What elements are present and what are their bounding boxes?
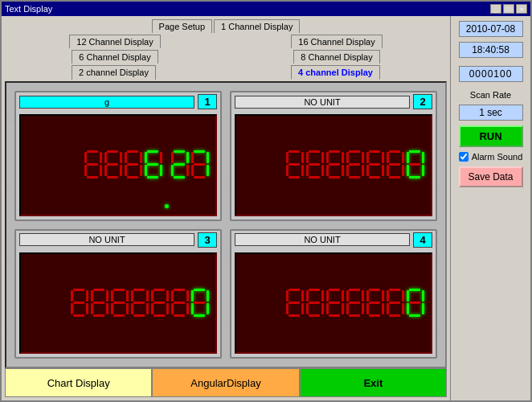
title-bar: Text Display _ □ ×	[2, 2, 530, 16]
tab-page-setup[interactable]: Page Setup	[152, 19, 213, 33]
digit-2	[171, 150, 189, 179]
digit	[111, 289, 129, 318]
channel-4-header: NO UNIT 4	[231, 231, 436, 249]
digit	[71, 289, 88, 318]
content-area: Page Setup 1 Channel Display 12 Channel …	[2, 16, 530, 400]
channel-2-box: NO UNIT 2	[230, 91, 437, 221]
digit	[125, 150, 142, 179]
channel-1-num: 1	[198, 94, 217, 109]
tab-1-channel[interactable]: 1 Channel Display	[214, 19, 300, 33]
digit	[91, 289, 108, 318]
channel-2-display	[235, 114, 432, 216]
digit	[286, 150, 304, 179]
scan-rate-value[interactable]: 1 sec	[459, 105, 523, 121]
channel-3-display	[19, 252, 217, 355]
tab-6-channel[interactable]: 6 Channel Display	[72, 50, 158, 64]
alarm-row: Alarm Sound	[459, 152, 523, 162]
window-title: Text Display	[5, 4, 52, 14]
digit	[131, 289, 149, 318]
channel-3-num: 3	[198, 232, 217, 248]
channel-2-num: 2	[413, 94, 432, 109]
digit	[387, 289, 404, 318]
channel-1-header: g 1	[16, 92, 220, 111]
channel-2-unit: NO UNIT	[235, 96, 410, 109]
channel-1-display	[19, 114, 217, 216]
maximize-button[interactable]: □	[503, 4, 514, 14]
digit	[346, 289, 364, 318]
channel-3-header: NO UNIT 3	[16, 231, 220, 249]
tab-row-4: 2 channel Display 4 channel Display	[5, 65, 447, 80]
channel-1-unit: g	[19, 96, 194, 109]
date-display: 2010-07-08	[459, 21, 523, 37]
main-area: Page Setup 1 Channel Display 12 Channel …	[2, 16, 450, 400]
bottom-bar: Chart Display AngularDisplay Exit	[5, 368, 447, 397]
digit	[84, 150, 102, 179]
channel-3-box: NO UNIT 3	[14, 229, 222, 359]
digit	[366, 289, 384, 318]
channel-4-unit: NO UNIT	[235, 233, 410, 246]
alarm-sound-checkbox[interactable]	[459, 152, 469, 162]
tab-12-channel[interactable]: 12 Channel Display	[69, 35, 160, 48]
digit	[286, 289, 304, 318]
digit	[326, 150, 344, 179]
digit-0	[191, 289, 209, 318]
digit	[306, 150, 324, 179]
close-button[interactable]: ×	[516, 4, 527, 14]
minimize-button[interactable]: _	[490, 4, 501, 14]
tab-row-3: 6 Channel Display 8 Channel Display	[5, 50, 447, 64]
save-data-button[interactable]: Save Data	[459, 166, 523, 187]
scan-rate-label: Scan Rate	[470, 90, 511, 100]
tab-8-channel[interactable]: 8 Channel Display	[293, 50, 379, 64]
digit	[366, 150, 384, 179]
sidebar: 2010-07-08 18:40:58 0000100 Scan Rate 1 …	[450, 16, 530, 400]
exit-button[interactable]: Exit	[300, 368, 447, 397]
decimal-point	[165, 204, 169, 208]
channel-4-box: NO UNIT 4	[230, 229, 437, 359]
digit	[387, 150, 404, 179]
alarm-sound-label: Alarm Sound	[472, 152, 523, 162]
digit-7	[191, 150, 209, 179]
counter-display: 0000100	[459, 66, 523, 82]
chart-display-button[interactable]: Chart Display	[5, 368, 152, 397]
channel-2-header: NO UNIT 2	[231, 92, 436, 111]
angular-display-button[interactable]: AngularDisplay	[152, 368, 299, 397]
digit-6	[145, 150, 162, 179]
main-window: Text Display _ □ × Page Setup 1 Channel …	[0, 0, 532, 402]
digit	[151, 289, 169, 318]
channel-4-num: 4	[413, 232, 432, 248]
digit	[346, 150, 364, 179]
title-bar-buttons: _ □ ×	[490, 4, 527, 14]
time-display: 18:40:58	[459, 42, 523, 58]
digit	[326, 289, 344, 318]
tab-2-channel[interactable]: 2 channel Display	[72, 65, 156, 80]
channel-4-display	[235, 252, 432, 355]
tab-row-2: 12 Channel Display 16 Channel Display	[5, 35, 447, 48]
channel-3-unit: NO UNIT	[19, 233, 194, 246]
channels-grid: g 1	[14, 91, 437, 359]
display-panel: LEGATOOL LEGATOOL LEGATOOL LEGATOOL LEGA…	[5, 81, 447, 368]
run-button[interactable]: RUN	[459, 125, 523, 147]
tab-row-1: Page Setup 1 Channel Display	[5, 19, 447, 33]
digit	[306, 289, 324, 318]
tab-16-channel[interactable]: 16 Channel Display	[291, 35, 382, 48]
tab-4-channel[interactable]: 4 channel Display	[291, 65, 380, 80]
digit	[171, 289, 189, 318]
channel-1-box: g 1	[14, 91, 222, 221]
digit-0	[407, 150, 424, 179]
digit	[104, 150, 122, 179]
digit-0	[407, 289, 424, 318]
